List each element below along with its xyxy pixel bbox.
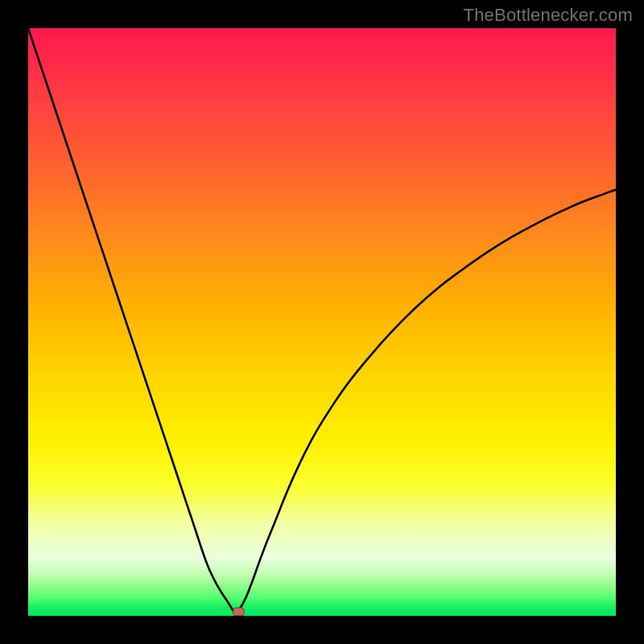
chart-frame: TheBottlenecker.com <box>0 0 644 644</box>
curve-layer <box>28 28 616 616</box>
plot-area <box>28 28 616 616</box>
curve-right-branch <box>236 190 616 613</box>
curve-left-branch <box>28 28 236 613</box>
watermark-text: TheBottlenecker.com <box>464 5 633 26</box>
minimum-marker <box>233 608 244 616</box>
